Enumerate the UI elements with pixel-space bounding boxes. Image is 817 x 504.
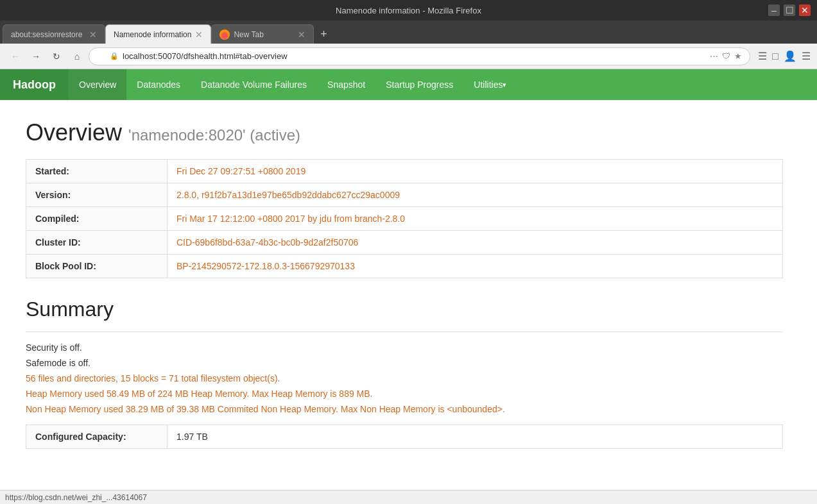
row-label: Started: xyxy=(26,160,168,183)
summary-divider xyxy=(26,332,783,332)
firefox-icon xyxy=(219,29,230,40)
tab-newtab-label: New Tab xyxy=(234,30,263,39)
summary-line-filesystem: 56 files and directories, 15 blocks = 71… xyxy=(26,373,783,383)
hadoop-nav: Hadoop Overview Datanodes Datanode Volum… xyxy=(0,69,817,100)
url-bar[interactable]: 🔒 localhost:50070/dfshealth.html#tab-ove… xyxy=(89,47,750,65)
row-value: Fri Dec 27 09:27:51 +0800 2019 xyxy=(168,160,783,183)
minimize-button[interactable]: – xyxy=(768,4,780,16)
tab-namenode[interactable]: Namenode information ✕ xyxy=(105,24,211,44)
row-value: Fri Mar 17 12:12:00 +0800 2017 by jdu fr… xyxy=(168,207,783,231)
table-row: Cluster ID: CID-69b6f8bd-63a7-4b3c-bc0b-… xyxy=(26,231,783,255)
page-content: Overview 'namenode:8020' (active) Starte… xyxy=(0,100,809,468)
nav-snapshot[interactable]: Snapshot xyxy=(317,69,375,100)
home-button[interactable]: ⌂ xyxy=(68,47,86,65)
hadoop-brand[interactable]: Hadoop xyxy=(0,69,69,100)
tabs-bar: about:sessionrestore ✕ Namenode informat… xyxy=(0,21,817,44)
overview-title-main: Overview xyxy=(26,119,122,146)
nav-overview[interactable]: Overview xyxy=(69,69,126,100)
bookmarks-icon[interactable]: ☰ xyxy=(758,50,767,62)
table-row: Version: 2.8.0, r91f2b7a13d1e97be65db92d… xyxy=(26,183,783,207)
tab-namenode-close[interactable]: ✕ xyxy=(195,29,203,40)
maximize-button[interactable]: ☐ xyxy=(784,4,795,16)
summary-line-nonheap: Non Heap Memory used 38.29 MB of 39.38 M… xyxy=(26,404,783,414)
row-label: Compiled: xyxy=(26,207,168,231)
window-title: Namenode information - Mozilla Firefox xyxy=(336,6,481,15)
title-bar: Namenode information - Mozilla Firefox –… xyxy=(0,0,817,21)
table-row: Block Pool ID: BP-2145290572-172.18.0.3-… xyxy=(26,255,783,278)
reader-view-icon[interactable]: □ xyxy=(772,51,778,62)
row-label: Block Pool ID: xyxy=(26,255,168,278)
tab-namenode-label: Namenode information xyxy=(114,30,191,39)
summary-line-security: Security is off. xyxy=(26,342,783,353)
table-row: Compiled: Fri Mar 17 12:12:00 +0800 2017… xyxy=(26,207,783,231)
tab-newtab-close[interactable]: ✕ xyxy=(298,29,305,40)
row-label: Version: xyxy=(26,183,168,207)
row-value: BP-2145290572-172.18.0.3-1566792970133 xyxy=(168,255,783,278)
browser-chrome: Namenode information - Mozilla Firefox –… xyxy=(0,0,817,69)
window-controls: – ☐ ✕ xyxy=(768,4,811,16)
shield-icon[interactable]: 🛡 xyxy=(722,51,730,61)
nav-bar: ← → ↻ ⌂ 🔒 localhost:50070/dfshealth.html… xyxy=(0,44,817,69)
new-tab-button[interactable]: + xyxy=(314,24,333,44)
summary-line-heap: Heap Memory used 58.49 MB of 224 MB Heap… xyxy=(26,389,783,399)
overview-subtitle: 'namenode:8020' (active) xyxy=(128,126,300,144)
info-table: Started: Fri Dec 27 09:27:51 +0800 2019 … xyxy=(26,159,783,278)
summary-title: Summary xyxy=(26,298,783,321)
summary-line-safemode: Safemode is off. xyxy=(26,358,783,368)
bookmark-icon[interactable]: ★ xyxy=(734,51,742,61)
more-actions-icon[interactable]: ⋯ xyxy=(710,51,718,61)
table-row: Started: Fri Dec 27 09:27:51 +0800 2019 xyxy=(26,160,783,183)
row-value: 2.8.0, r91f2b7a13d1e97be65db92ddabc627cc… xyxy=(168,183,783,207)
tab-session[interactable]: about:sessionrestore ✕ xyxy=(3,24,105,44)
row-value: CID-69b6f8bd-63a7-4b3c-bc0b-9d2af2f50706 xyxy=(168,231,783,255)
nav-datanode-volume-failures[interactable]: Datanode Volume Failures xyxy=(191,69,317,100)
nav-datanodes[interactable]: Datanodes xyxy=(126,69,191,100)
browser-toolbar-right: ☰ □ 👤 ☰ xyxy=(758,50,811,62)
security-icon: 🔒 xyxy=(110,52,119,60)
url-bar-inner: 🔒 localhost:50070/dfshealth.html#tab-ove… xyxy=(110,51,742,61)
capacity-label: Configured Capacity: xyxy=(26,425,168,449)
profile-icon[interactable]: 👤 xyxy=(784,50,796,62)
nav-startup-progress[interactable]: Startup Progress xyxy=(375,69,463,100)
summary-lines: Security is off.Safemode is off.56 files… xyxy=(26,342,783,414)
close-button[interactable]: ✕ xyxy=(799,4,811,16)
capacity-value: 1.97 TB xyxy=(168,425,783,449)
back-button[interactable]: ← xyxy=(6,47,24,65)
tab-newtab[interactable]: New Tab ✕ xyxy=(211,24,314,44)
forward-button[interactable]: → xyxy=(27,47,45,65)
menu-icon[interactable]: ☰ xyxy=(802,50,811,62)
overview-title: Overview 'namenode:8020' (active) xyxy=(26,119,783,146)
row-label: Cluster ID: xyxy=(26,231,168,255)
reload-button[interactable]: ↻ xyxy=(47,47,65,65)
capacity-table: Configured Capacity: 1.97 TB xyxy=(26,424,783,449)
nav-utilities[interactable]: Utilities xyxy=(463,69,517,100)
url-text: localhost:50070/dfshealth.html#tab-overv… xyxy=(123,51,706,61)
tab-session-label: about:sessionrestore xyxy=(11,30,82,39)
tab-session-close[interactable]: ✕ xyxy=(89,29,97,40)
capacity-row: Configured Capacity: 1.97 TB xyxy=(26,425,783,449)
url-actions: ⋯ 🛡 ★ xyxy=(710,51,742,61)
